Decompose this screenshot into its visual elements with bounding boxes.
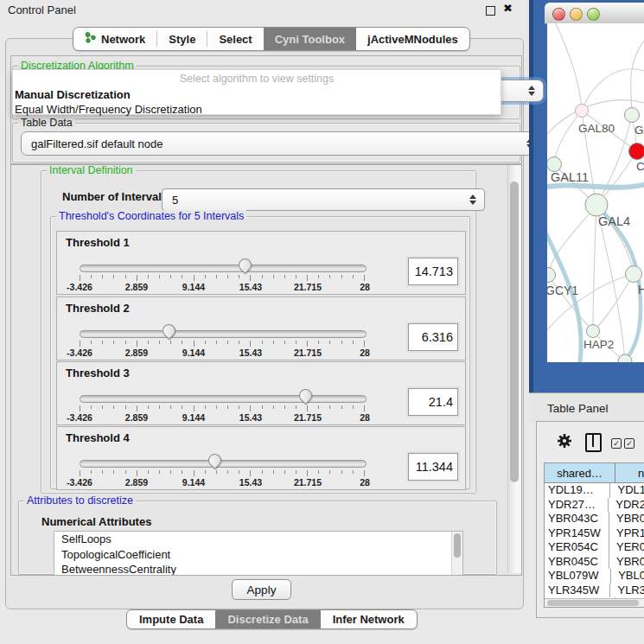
attributes-group-title: Attributes to discretize — [24, 494, 136, 507]
table-panel-header: Table Panel — [529, 392, 644, 422]
network-edges — [547, 23, 644, 360]
app-root: Control Panel ✖ Network Style Select — [0, 0, 644, 644]
algorithm-dropdown-popup: Select algorithm to view settings Manual… — [12, 69, 501, 115]
show-columns-icon[interactable] — [585, 433, 602, 452]
node-gal80[interactable] — [576, 105, 589, 118]
list-item[interactable]: TopologicalCoefficient — [54, 547, 462, 563]
network-window-titlebar[interactable] — [545, 3, 644, 24]
table-row[interactable]: YBR043CYBR0 — [545, 512, 644, 526]
node-attribute-table: shared… na YDL19…YDL1 YDR27…YDR2 YBR043C… — [544, 462, 644, 608]
tab-jactivemnodules[interactable]: jActiveMNodules — [356, 28, 469, 50]
node-label: GAL80 — [578, 122, 615, 135]
table-row[interactable]: YDR27…YDR2 — [545, 498, 644, 513]
algorithm-option-manual[interactable]: Manual Discretization — [13, 87, 501, 102]
minimize-traffic-light-icon[interactable] — [570, 8, 583, 21]
network-icon — [85, 32, 96, 46]
table-data-group-title: Table Data — [18, 117, 75, 130]
node-hap2[interactable] — [587, 325, 600, 338]
table-data-combobox[interactable]: galFiltered.sif default node — [21, 131, 542, 156]
node-label: HAP2 — [583, 338, 614, 351]
table-horizontal-scrollbar[interactable] — [545, 598, 644, 608]
tab-jactivemnodules-label: jActiveMNodules — [367, 33, 458, 46]
tab-network-label: Network — [101, 33, 145, 46]
threshold-4-value-field[interactable] — [408, 453, 458, 481]
tab-style[interactable]: Style — [157, 28, 207, 50]
table-row[interactable]: YLR345WYLR3 — [545, 583, 644, 598]
combo-arrows-icon — [528, 86, 535, 96]
table-row[interactable]: YBR045CYBR0 — [545, 555, 644, 570]
threshold-row-4: Threshold 4 -3.4262.8599.14415.4321.7152… — [56, 426, 466, 490]
control-panel-tabbar: Network Style Select Cyni Toolbox jActiv… — [73, 27, 470, 51]
threshold-4-label: Threshold 4 — [66, 431, 130, 444]
threshold-3-slider-ticks — [80, 405, 365, 412]
apply-button-label: Apply — [247, 583, 277, 596]
threshold-4-slider-ticklabels: -3.4262.8599.14415.4321.71528 — [80, 477, 365, 488]
checkbox-icon[interactable]: ✓ — [624, 438, 634, 449]
tab-select[interactable]: Select — [207, 28, 263, 50]
control-panel-title: Control Panel — [8, 3, 76, 16]
algorithm-popup-prompt: Select algorithm to view settings — [13, 70, 501, 87]
node-h[interactable] — [626, 266, 642, 283]
control-panel-titlebar: Control Panel — [0, 0, 529, 19]
numerical-attributes-list: SelfLoops TopologicalCoefficient Between… — [54, 531, 463, 576]
list-item[interactable]: SelfLoops — [54, 532, 462, 547]
threshold-coordinates-group-title: Threshold's Coordinates for 5 Intervals — [56, 210, 246, 223]
node-top-right[interactable] — [625, 108, 640, 123]
table-panel-body: ✓ ✓ shared… na YDL19…YDL1 YDR27…YDR2 YBR… — [536, 421, 644, 618]
tab-network[interactable]: Network — [73, 28, 156, 50]
threshold-3-slider-track[interactable] — [80, 395, 367, 403]
settings-vertical-scrollbar[interactable] — [507, 165, 521, 573]
close-icon[interactable]: ✖ — [503, 2, 513, 15]
table-panel-title: Table Panel — [547, 402, 609, 415]
table-row[interactable]: YBL079WYBL0 — [545, 569, 644, 583]
threshold-4-slider-track[interactable] — [80, 460, 367, 468]
table-row[interactable]: YER054CYER0 — [545, 540, 644, 555]
node-gal4[interactable] — [585, 194, 608, 216]
algorithm-option-equal-width[interactable]: Equal Width/Frequency Discretization — [13, 102, 501, 117]
threshold-2-label: Threshold 2 — [66, 302, 130, 315]
number-of-intervals-value: 5 — [172, 194, 178, 207]
attributes-group: Attributes to discretize Numerical Attri… — [18, 501, 497, 575]
threshold-row-3: Threshold 3 -3.4262.8599.14415.4321.7152… — [56, 361, 466, 425]
table-panel-toolbar: ✓ ✓ — [537, 422, 644, 462]
node-gal11[interactable] — [547, 157, 562, 172]
threshold-row-2: Threshold 2 -3.4262.8599.14415.4321.7152… — [56, 296, 466, 360]
checkbox-icon[interactable]: ✓ — [611, 438, 622, 449]
table-row[interactable]: YDL19…YDL1 — [545, 483, 644, 498]
threshold-1-slider-track[interactable] — [80, 265, 367, 272]
number-of-intervals-combobox[interactable]: 5 — [162, 188, 485, 211]
threshold-1-value-field[interactable] — [408, 258, 458, 285]
column-header-name[interactable]: na — [615, 463, 644, 483]
threshold-2-slider-track[interactable] — [80, 330, 367, 338]
list-item[interactable]: BetweennessCentrality — [54, 562, 462, 576]
tab-discretize-data[interactable]: Discretize Data — [215, 610, 320, 628]
gear-icon[interactable] — [556, 432, 573, 450]
close-traffic-light-icon[interactable] — [552, 8, 565, 21]
node-label: H — [638, 283, 644, 296]
tab-cyni-toolbox[interactable]: Cyni Toolbox — [264, 28, 356, 50]
tab-infer-network[interactable]: Infer Network — [321, 610, 417, 628]
threshold-2-value-field[interactable] — [408, 323, 458, 351]
node-red[interactable] — [629, 143, 644, 160]
apply-button[interactable]: Apply — [232, 579, 291, 600]
threshold-1-label: Threshold 1 — [66, 236, 130, 249]
table-row[interactable]: YPR145WYPR1 — [545, 526, 644, 541]
threshold-1-slider-ticks — [80, 275, 365, 282]
tab-style-label: Style — [169, 33, 195, 46]
node-label: GA — [634, 124, 644, 137]
zoom-traffic-light-icon[interactable] — [587, 8, 600, 21]
threshold-3-value-field[interactable] — [408, 388, 458, 416]
threshold-4-slider-ticks — [80, 470, 365, 477]
column-header-shared[interactable]: shared… — [545, 463, 615, 483]
threshold-row-1: Threshold 1 -3.4262.8599.14415.4321.7152… — [56, 231, 466, 295]
threshold-2-slider-ticks — [80, 341, 365, 348]
float-window-icon[interactable] — [486, 6, 495, 16]
tab-impute-data[interactable]: Impute Data — [127, 610, 215, 628]
interval-definition-group: Interval Definition Number of Intervals … — [41, 170, 476, 494]
node-gcy1[interactable] — [547, 268, 556, 283]
table-data-combobox-value: galFiltered.sif default node — [31, 137, 163, 150]
threshold-1-slider-ticklabels: -3.4262.8599.14415.4321.71528 — [80, 282, 365, 292]
tab-discretize-data-label: Discretize Data — [227, 613, 308, 626]
network-canvas[interactable]: GAL80 GA C GAL11 GAL4 GCY1 H HAP2 — [547, 23, 644, 362]
attributes-list-scrollbar[interactable] — [451, 532, 462, 576]
